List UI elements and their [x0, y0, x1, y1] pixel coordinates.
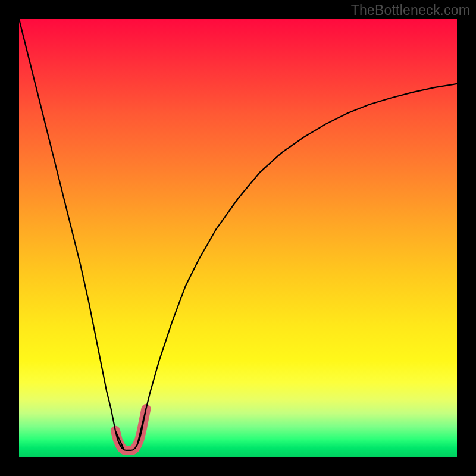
chart-svg — [19, 19, 457, 457]
curve-left — [19, 19, 457, 450]
chart-frame: TheBottleneck.com — [0, 0, 476, 476]
watermark-text: TheBottleneck.com — [351, 2, 470, 18]
chart-plot-area — [19, 19, 457, 457]
